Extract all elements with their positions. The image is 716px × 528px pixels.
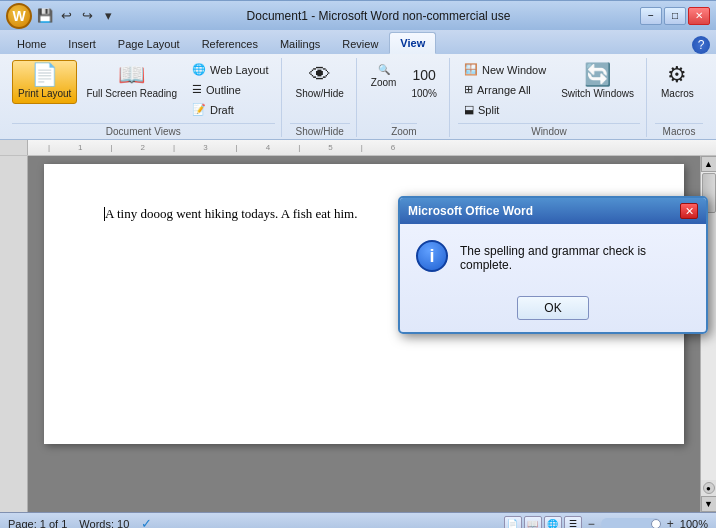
outline-button[interactable]: ☰ Outline <box>186 80 275 99</box>
customize-quick-access-button[interactable]: ▾ <box>99 7 117 25</box>
browse-object-button[interactable]: ● <box>703 482 715 494</box>
tab-references[interactable]: References <box>191 32 269 54</box>
outline-icon: ☰ <box>192 83 202 96</box>
scroll-up-button[interactable]: ▲ <box>701 156 717 172</box>
full-screen-status-button[interactable]: 📖 <box>524 516 542 529</box>
status-bar-left: Page: 1 of 1 Words: 10 ✓ <box>8 516 152 528</box>
new-window-icon: 🪟 <box>464 63 478 76</box>
undo-button[interactable]: ↩ <box>57 7 75 25</box>
close-button[interactable]: ✕ <box>688 7 710 25</box>
macros-items: ⚙ Macros <box>655 58 703 121</box>
print-layout-status-button[interactable]: 📄 <box>504 516 522 529</box>
zoom-slider[interactable] <box>601 518 661 529</box>
full-screen-label: Full Screen Reading <box>86 88 177 100</box>
print-layout-icon: 📄 <box>31 64 58 86</box>
switch-windows-label: Switch Windows <box>561 88 634 100</box>
window-col-buttons: 🪟 New Window ⊞ Arrange All ⬓ Split <box>458 60 552 119</box>
maximize-button[interactable]: □ <box>664 7 686 25</box>
minimize-button[interactable]: − <box>640 7 662 25</box>
arrange-all-icon: ⊞ <box>464 83 473 96</box>
status-bar: Page: 1 of 1 Words: 10 ✓ 📄 📖 🌐 ☰ − + 100… <box>0 512 716 528</box>
zoom-icon: 🔍 <box>378 64 390 75</box>
arrange-all-button[interactable]: ⊞ Arrange All <box>458 80 552 99</box>
dialog-body: i The spelling and grammar check is comp… <box>400 224 706 288</box>
dialog-title-bar: Microsoft Office Word ✕ <box>400 198 706 224</box>
ribbon-group-macros: ⚙ Macros Macros <box>649 58 709 137</box>
quick-access-toolbar: 💾 ↩ ↪ ▾ <box>36 7 117 25</box>
horizontal-ruler: | 1 | 2 | 3 | 4 | 5 | 6 <box>0 140 716 156</box>
proofing-status-icon[interactable]: ✓ <box>141 516 152 528</box>
document-text: A tiny dooog went hiking todays. A fish … <box>105 206 357 221</box>
draft-icon: 📝 <box>192 103 206 116</box>
print-layout-button[interactable]: 📄 Print Layout <box>12 60 77 104</box>
tab-page-layout[interactable]: Page Layout <box>107 32 191 54</box>
title-bar-left: W 💾 ↩ ↪ ▾ <box>6 3 117 29</box>
redo-button[interactable]: ↪ <box>78 7 96 25</box>
office-button[interactable]: W <box>6 3 32 29</box>
ribbon: Home Insert Page Layout References Maili… <box>0 30 716 140</box>
full-screen-reading-button[interactable]: 📖 Full Screen Reading <box>80 60 183 104</box>
split-icon: ⬓ <box>464 103 474 116</box>
window-title: Document1 - Microsoft Word non-commercia… <box>117 9 640 23</box>
dialog-footer: OK <box>400 288 706 332</box>
draft-label: Draft <box>210 104 234 116</box>
info-icon-label: i <box>429 246 434 267</box>
full-screen-icon: 📖 <box>118 64 145 86</box>
page-indicator: Page: 1 of 1 <box>8 518 67 529</box>
show-hide-icon: 👁 <box>309 64 331 86</box>
ribbon-group-window: 🪟 New Window ⊞ Arrange All ⬓ Split 🔄 Swi… <box>452 58 647 137</box>
zoom-slider-thumb[interactable] <box>651 519 661 529</box>
ribbon-tabs: Home Insert Page Layout References Maili… <box>0 30 716 54</box>
ribbon-group-document-views: 📄 Print Layout 📖 Full Screen Reading 🌐 W… <box>6 58 282 137</box>
status-bar-right: 📄 📖 🌐 ☰ − + 100% <box>504 516 708 529</box>
document-views-label: Document Views <box>12 123 275 137</box>
tab-review[interactable]: Review <box>331 32 389 54</box>
outline-label: Outline <box>206 84 241 96</box>
zoom-100-button[interactable]: 100 100% <box>405 60 443 103</box>
view-mode-buttons: 📄 📖 🌐 ☰ <box>504 516 582 529</box>
document-views-items: 📄 Print Layout 📖 Full Screen Reading 🌐 W… <box>12 58 275 121</box>
sidebar-left <box>0 156 28 512</box>
window-group-label: Window <box>458 123 640 137</box>
show-hide-label: Show/Hide <box>296 88 344 100</box>
tab-view[interactable]: View <box>389 32 436 54</box>
save-button[interactable]: 💾 <box>36 7 54 25</box>
outline-status-button[interactable]: ☰ <box>564 516 582 529</box>
scroll-down-button[interactable]: ▼ <box>701 496 717 512</box>
draft-button[interactable]: 📝 Draft <box>186 100 275 119</box>
title-bar: W 💾 ↩ ↪ ▾ Document1 - Microsoft Word non… <box>0 0 716 30</box>
ribbon-content: 📄 Print Layout 📖 Full Screen Reading 🌐 W… <box>0 54 716 139</box>
tab-mailings[interactable]: Mailings <box>269 32 331 54</box>
dialog-ok-button[interactable]: OK <box>517 296 589 320</box>
window-controls: − □ ✕ <box>640 7 710 25</box>
switch-windows-button[interactable]: 🔄 Switch Windows <box>555 60 640 104</box>
zoom-plus-button[interactable]: + <box>667 517 674 529</box>
window-items: 🪟 New Window ⊞ Arrange All ⬓ Split 🔄 Swi… <box>458 58 640 121</box>
main-area: A tiny dooog went hiking todays. A fish … <box>0 156 716 512</box>
zoom-button[interactable]: 🔍 Zoom <box>365 60 403 92</box>
show-hide-items: 👁 Show/Hide <box>290 58 350 121</box>
zoom-100-label: 100% <box>411 88 437 99</box>
tab-insert[interactable]: Insert <box>57 32 107 54</box>
zoom-items: 🔍 Zoom 100 100% <box>365 58 443 121</box>
switch-windows-icon: 🔄 <box>584 64 611 86</box>
zoom-minus-button[interactable]: − <box>588 517 595 529</box>
new-window-button[interactable]: 🪟 New Window <box>458 60 552 79</box>
print-layout-label: Print Layout <box>18 88 71 100</box>
dialog-title: Microsoft Office Word <box>408 204 533 218</box>
new-window-label: New Window <box>482 64 546 76</box>
ribbon-group-zoom: 🔍 Zoom 100 100% Zoom <box>359 58 450 137</box>
ribbon-group-show-hide: 👁 Show/Hide Show/Hide <box>284 58 357 137</box>
web-layout-label: Web Layout <box>210 64 269 76</box>
zoom-group-label: Zoom <box>391 123 417 137</box>
show-hide-button[interactable]: 👁 Show/Hide <box>290 60 350 104</box>
help-button[interactable]: ? <box>692 36 710 54</box>
split-button[interactable]: ⬓ Split <box>458 100 552 119</box>
split-label: Split <box>478 104 499 116</box>
web-layout-button[interactable]: 🌐 Web Layout <box>186 60 275 79</box>
macros-button[interactable]: ⚙ Macros <box>655 60 700 104</box>
macros-icon: ⚙ <box>667 64 687 86</box>
web-layout-status-button[interactable]: 🌐 <box>544 516 562 529</box>
tab-home[interactable]: Home <box>6 32 57 54</box>
dialog-close-button[interactable]: ✕ <box>680 203 698 219</box>
